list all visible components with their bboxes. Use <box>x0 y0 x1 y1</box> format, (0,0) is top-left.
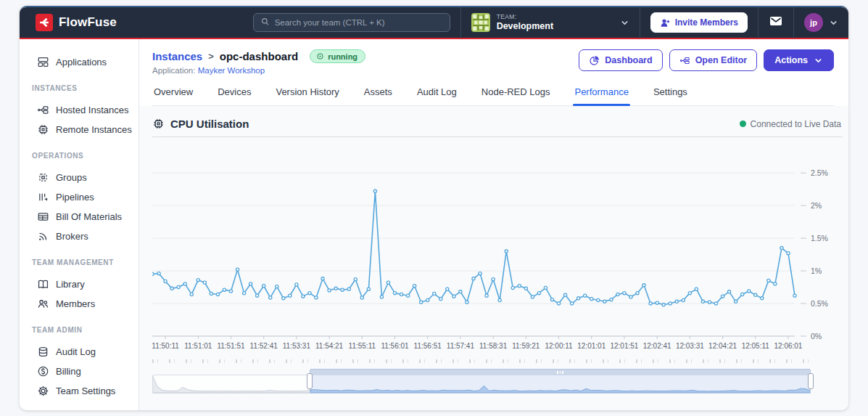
sidebar-item-label: Applications <box>56 57 107 68</box>
svg-text:12:02:41: 12:02:41 <box>643 342 671 350</box>
team-selector[interactable]: TEAM: Development <box>471 13 629 32</box>
cpu-chip-icon <box>152 118 165 130</box>
sidebar-item-billing[interactable]: Billing <box>20 362 139 381</box>
svg-text:11:55:11: 11:55:11 <box>349 342 376 350</box>
status-badge: running <box>310 49 365 63</box>
svg-text:1%: 1% <box>811 266 822 275</box>
sidebar-item-label: Hosted Instances <box>56 105 128 115</box>
application-line: Application: Mayker Workshop <box>152 66 365 75</box>
envelope-icon <box>769 14 783 31</box>
members-icon <box>37 298 49 310</box>
team-avatar-identicon <box>471 13 490 32</box>
flowfuse-logo[interactable]: FlowFuse <box>36 14 117 31</box>
svg-text:2%: 2% <box>811 201 822 210</box>
tab-performance[interactable]: Performance <box>573 86 629 105</box>
sidebar-item-brokers[interactable]: Brokers <box>20 227 139 246</box>
sidebar-item-label: Team Settings <box>56 386 115 396</box>
sidebar-item-remote-instances[interactable]: Remote Instances <box>20 120 139 139</box>
tab-assets[interactable]: Assets <box>363 86 394 105</box>
cpu-chart: 0%0.5%1%1.5%2%2.5%11:50:1111:51:0111:51:… <box>152 142 843 354</box>
sidebar-item-groups[interactable]: Groups <box>20 168 139 187</box>
svg-text:12:01:51: 12:01:51 <box>610 342 638 350</box>
time-range-brush[interactable] <box>152 369 811 393</box>
application-link[interactable]: Mayker Workshop <box>198 66 265 75</box>
tab-version-history[interactable]: Version History <box>274 86 340 105</box>
applications-icon <box>37 56 49 68</box>
tab-devices[interactable]: Devices <box>216 86 252 105</box>
page-header: Instances > opc-dashboard running Applic… <box>139 39 848 106</box>
instance-tabs: OverviewDevicesVersion HistoryAssetsAudi… <box>152 86 834 106</box>
tab-node-red-logs[interactable]: Node-RED Logs <box>480 86 552 105</box>
sidebar-nav: ApplicationsINSTANCESHosted InstancesRem… <box>20 39 139 410</box>
sidebar-item-applications[interactable]: Applications <box>20 52 139 72</box>
pipelines-icon <box>37 191 49 203</box>
brush-drag-grip[interactable] <box>310 370 810 375</box>
sidebar-item-label: Library <box>56 279 85 290</box>
panel-title: CPU Utilisation <box>152 118 249 130</box>
flowfuse-logo-icon <box>36 14 53 31</box>
svg-text:12:05:11: 12:05:11 <box>742 342 770 350</box>
actions-button[interactable]: Actions <box>764 49 834 71</box>
svg-text:11:57:41: 11:57:41 <box>447 342 475 350</box>
pie-chart-icon <box>589 55 600 66</box>
live-status: Connected to Live Data <box>740 119 841 129</box>
svg-text:11:54:21: 11:54:21 <box>315 342 344 350</box>
brush-handle-left[interactable] <box>307 373 313 389</box>
team-search[interactable] <box>253 13 450 32</box>
sidebar-item-label: Bill Of Materials <box>56 211 122 222</box>
sidebar-item-team-settings[interactable]: Team Settings <box>20 381 139 401</box>
sidebar-item-label: Groups <box>56 172 87 183</box>
brand-name: FlowFuse <box>59 15 117 30</box>
user-menu[interactable]: jp <box>804 13 838 32</box>
svg-text:12:01:01: 12:01:01 <box>577 342 605 350</box>
search-input[interactable] <box>275 18 443 27</box>
chevron-down-icon <box>829 18 838 28</box>
user-avatar: jp <box>804 13 823 32</box>
svg-text:12:03:31: 12:03:31 <box>676 342 704 350</box>
brush-handle-right[interactable] <box>808 373 814 389</box>
svg-text:12:04:21: 12:04:21 <box>708 342 737 350</box>
groups-chip-icon <box>37 171 49 184</box>
dashboard-button[interactable]: Dashboard <box>579 49 662 71</box>
breadcrumb: Instances > opc-dashboard running <box>152 49 365 63</box>
tab-settings[interactable]: Settings <box>652 86 689 105</box>
sidebar-item-library[interactable]: Library <box>20 274 139 294</box>
sidebar-item-hosted-instances[interactable]: Hosted Instances <box>20 100 139 120</box>
top-navbar: FlowFuse <box>20 7 848 39</box>
node-flow-icon <box>679 55 690 66</box>
play-circle-icon <box>316 52 324 60</box>
live-status-dot <box>740 121 746 127</box>
user-plus-icon <box>660 17 671 28</box>
svg-text:11:56:01: 11:56:01 <box>381 342 409 350</box>
svg-text:2.5%: 2.5% <box>811 168 828 177</box>
svg-text:0.5%: 0.5% <box>811 299 828 308</box>
sidebar-section-header: OPERATIONS <box>20 152 139 160</box>
performance-content: CPU Utilisation Connected to Live Data 0… <box>139 106 848 410</box>
sidebar-item-label: Remote Instances <box>56 124 132 135</box>
brush-selection[interactable] <box>310 369 811 393</box>
sidebar-item-label: Audit Log <box>56 346 96 357</box>
svg-text:11:58:31: 11:58:31 <box>479 342 508 350</box>
svg-text:12:06:01: 12:06:01 <box>774 342 802 350</box>
sidebar-section-header: TEAM MANAGEMENT <box>20 258 139 266</box>
app-window: FlowFuse <box>20 6 848 410</box>
tab-overview[interactable]: Overview <box>152 86 194 105</box>
sidebar-item-members[interactable]: Members <box>20 294 139 314</box>
svg-text:11:56:51: 11:56:51 <box>414 342 442 350</box>
notifications-mail-button[interactable] <box>769 14 783 31</box>
sidebar-item-audit-log[interactable]: Audit Log <box>20 342 139 362</box>
svg-text:1.5%: 1.5% <box>811 234 828 242</box>
breadcrumb-instances-link[interactable]: Instances <box>152 50 202 62</box>
tab-audit-log[interactable]: Audit Log <box>416 86 458 105</box>
table-icon <box>37 211 49 223</box>
team-name: Development <box>497 21 554 31</box>
book-icon <box>37 278 49 290</box>
invite-members-button[interactable]: Invite Members <box>650 12 748 33</box>
broadcast-icon <box>37 230 49 242</box>
svg-text:11:51:51: 11:51:51 <box>217 342 245 350</box>
cpu-line-chart: 0%0.5%1%1.5%2%2.5%11:50:1111:51:0111:51:… <box>152 142 843 354</box>
sidebar-item-label: Brokers <box>56 231 88 242</box>
sidebar-item-bill-of-materials[interactable]: Bill Of Materials <box>20 207 139 227</box>
open-editor-button[interactable]: Open Editor <box>669 49 758 71</box>
sidebar-item-pipelines[interactable]: Pipelines <box>20 187 139 207</box>
